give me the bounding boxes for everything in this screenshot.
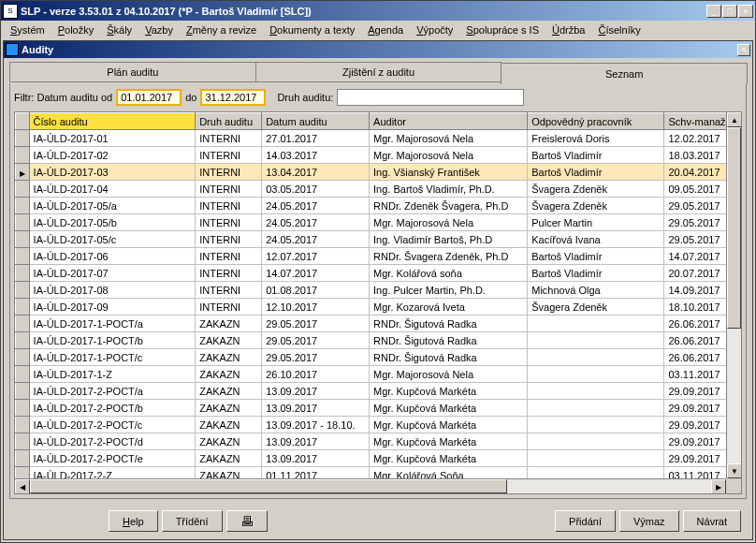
table-row[interactable]: IA-ÚLD-2017-01INTERNI27.01.2017Mgr. Majo… [16,130,741,147]
filter-from-input[interactable] [116,89,182,106]
menu-údržba[interactable]: Údržba [546,22,590,37]
table-row[interactable]: IA-ÚLD-2017-07INTERNI14.07.2017Mgr. Kolá… [16,265,741,282]
filter-row: Filtr: Datum auditu od do Druh auditu: [10,83,746,111]
tab-plan[interactable]: Plán auditu [9,62,256,82]
menu-agenda[interactable]: Agenda [362,22,409,37]
col-header[interactable]: Číslo auditu [29,113,196,130]
table-row[interactable]: IA-ÚLD-2017-05/aINTERNI24.05.2017RNDr. Z… [16,198,741,214]
scroll-corner [726,478,741,493]
scroll-right-button[interactable]: ▶ [711,479,726,494]
table-row[interactable]: IA-ÚLD-2017-2-POCT/aZAKAZN13.09.2017Mgr.… [16,383,741,400]
table-row[interactable]: IA-ÚLD-2017-09INTERNI12.10.2017Mgr. Koza… [16,299,741,316]
filter-druh-input[interactable] [337,89,524,106]
table-row[interactable]: IA-ÚLD-2017-04INTERNI03.05.2017Ing. Bart… [16,181,741,198]
tab-zjisteni[interactable]: Zjištění z auditu [255,62,502,82]
scroll-up-button[interactable]: ▲ [727,112,742,127]
vymaz-button[interactable]: Výmaz [619,510,679,532]
child-close-button[interactable]: × [737,44,750,56]
titlebar: S SLP - verze 3.53.01 z 04.10.2017 (*P -… [1,1,755,21]
col-header[interactable]: Odpovědný pracovník [528,113,664,130]
table-row[interactable]: IA-ÚLD-2017-06INTERNI12.07.2017RNDr. Šva… [16,248,741,265]
table-row[interactable]: IA-ÚLD-2017-02INTERNI14.03.2017Mgr. Majo… [16,147,741,164]
menubar: SystémPoložkyŠkályVazbyZměny a revizeDok… [1,21,755,38]
menu-systém[interactable]: Systém [5,22,51,37]
tab-panel: Filtr: Datum auditu od do Druh auditu: Č… [9,83,747,499]
scroll-down-button[interactable]: ▼ [727,463,742,478]
child-icon [6,43,19,56]
menu-číselníky[interactable]: Číselníky [592,22,646,37]
filter-druh-label: Druh auditu: [277,92,333,103]
horizontal-scrollbar[interactable]: ◀ ▶ [15,478,726,493]
col-header[interactable]: Auditor [370,113,528,130]
filter-from-label: Filtr: Datum auditu od [14,92,112,103]
menu-dokumenty-a-texty[interactable]: Dokumenty a texty [264,22,360,37]
filter-to-label: do [185,92,196,103]
menu-škály[interactable]: Škály [101,22,138,37]
app-title: SLP - verze 3.53.01 z 04.10.2017 (*P - B… [21,6,706,17]
tab-seznam[interactable]: Seznam [501,63,748,84]
table-row[interactable]: IA-ÚLD-2017-1-POCT/bZAKAZN29.05.2017RNDr… [16,332,741,349]
close-button[interactable]: × [738,5,753,18]
maximize-button[interactable]: □ [722,5,737,18]
navrat-button[interactable]: Návrat [683,510,741,532]
child-titlebar: Audity × [4,41,752,58]
filter-to-input[interactable] [200,89,266,106]
app-icon: S [3,4,18,19]
bottom-bar: Help Třídění 🖶 Přidání Výmaz Návrat [4,503,752,539]
table-row[interactable]: IA-ÚLD-2017-05/bINTERNI24.05.2017Mgr. Ma… [16,214,741,231]
child-title: Audity [22,44,737,55]
app-window: S SLP - verze 3.53.01 z 04.10.2017 (*P -… [0,0,756,543]
table-row[interactable]: IA-ÚLD-2017-03INTERNI13.04.2017Ing. Všia… [16,164,741,181]
minimize-button[interactable]: _ [706,5,721,18]
vertical-scrollbar[interactable]: ▲ ▼ [726,112,741,478]
table-row[interactable]: IA-ÚLD-2017-05/cINTERNI24.05.2017Ing. Vl… [16,231,741,248]
trideni-button[interactable]: Třídění [162,510,223,532]
scroll-left-button[interactable]: ◀ [15,479,30,494]
table-row[interactable]: IA-ÚLD-2017-2-POCT/bZAKAZN13.09.2017Mgr.… [16,400,741,417]
table-row[interactable]: IA-ÚLD-2017-2-POCT/cZAKAZN13.09.2017 - 1… [16,417,741,433]
help-button[interactable]: Help [109,510,158,532]
menu-položky[interactable]: Položky [52,22,100,37]
table-row[interactable]: IA-ÚLD-2017-08INTERNI01.08.2017Ing. Pulc… [16,282,741,299]
tabs: Plán auditu Zjištění z auditu Seznam [9,62,747,83]
grid: Číslo audituDruh audituDatum audituAudit… [14,111,742,494]
audit-table: Číslo audituDruh audituDatum audituAudit… [15,112,741,484]
col-header[interactable]: Datum auditu [262,113,370,130]
table-row[interactable]: IA-ÚLD-2017-1-POCT/aZAKAZN29.05.2017RNDr… [16,316,741,332]
menu-změny-a-revize[interactable]: Změny a revize [181,22,262,37]
table-row[interactable]: IA-ÚLD-2017-1-POCT/cZAKAZN29.05.2017RNDr… [16,349,741,366]
pridani-button[interactable]: Přidání [555,510,616,532]
printer-icon: 🖶 [240,514,254,529]
menu-výpočty[interactable]: Výpočty [411,22,458,37]
table-row[interactable]: IA-ÚLD-2017-1-ZZAKAZN26.10.2017Mgr. Majo… [16,366,741,383]
col-header[interactable]: Druh auditu [196,113,262,130]
print-button[interactable]: 🖶 [226,510,268,532]
table-row[interactable]: IA-ÚLD-2017-2-POCT/dZAKAZN13.09.2017Mgr.… [16,433,741,450]
table-row[interactable]: IA-ÚLD-2017-2-POCT/eZAKAZN13.09.2017Mgr.… [16,450,741,467]
menu-vazby[interactable]: Vazby [139,22,179,37]
menu-spolupráce-s-is[interactable]: Spolupráce s IS [460,22,545,37]
child-window: Audity × Plán auditu Zjištění z auditu S… [3,40,753,540]
